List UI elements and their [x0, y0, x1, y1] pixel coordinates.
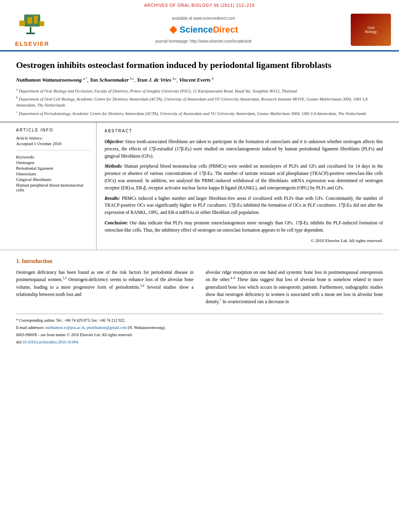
available-at-text: available at www.sciencedirect.com [56, 16, 351, 21]
svg-rect-6 [26, 33, 35, 34]
results-text: PBMCs induced a higher number and larger… [105, 196, 383, 215]
abstract-heading: ABSTRACT [105, 128, 383, 134]
intro-heading: Introduction [22, 258, 52, 264]
intro-text-left: Oestrogen deficiency has been found as o… [16, 269, 193, 298]
keyword-2: Periodontal ligament [16, 166, 90, 170]
journal-header: ARCHIVES OF ORAL BIOLOGY 56 (2011) 212–2… [0, 0, 399, 9]
footnote-doi: doi:10.1016/j.archoralbio.2010.10.004 [16, 339, 383, 345]
affiliation-a: a Department of Oral Biology and Occlusi… [16, 87, 383, 94]
keyword-1: Oestrogen [16, 160, 90, 165]
intro-columns: Oestrogen deficiency has been found as o… [16, 269, 383, 306]
affiliation-b: b Department of Oral Cell Biology, Acade… [16, 95, 383, 109]
abstract-conclusion: Conclusion: Our data indicate that PLFs … [105, 220, 383, 234]
keyword-4: Gingival fibroblasts [16, 177, 90, 182]
conclusion-text: Our data indicate that PLFs may promote … [105, 220, 383, 232]
email-link-1[interactable]: nutthamon.w@psu.ac.th [45, 325, 84, 330]
elsevier-tree-icon [16, 12, 48, 41]
paper-title-section: Oestrogen inhibits osteoclast formation … [0, 51, 399, 122]
journal-title: ARCHIVES OF ORAL BIOLOGY 56 (2011) 212–2… [144, 3, 255, 8]
footnote-issn: 0003-9969/$ – see front matter © 2010 El… [16, 332, 383, 338]
author-name: Nutthamon Wattanaroonwong [16, 77, 82, 83]
history-label: Article history: [16, 136, 90, 140]
svg-marker-7 [169, 26, 177, 34]
sciencedirect-logo: ScienceDirect [169, 25, 238, 35]
methods-label: Methods: [105, 164, 123, 168]
svg-rect-4 [39, 21, 44, 26]
intro-title: 1. Introduction [16, 258, 383, 265]
keywords-label: Keywords: [16, 154, 90, 159]
sciencedirect-text: ScienceDirect [179, 25, 238, 35]
abstract-section: ABSTRACT Objective: Since tooth-associat… [97, 122, 383, 249]
authors-line: Nutthamon Wattanaroonwong a,*, Ton Schoe… [16, 77, 383, 83]
abstract-objective: Objective: Since tooth-associated fibrob… [105, 138, 383, 160]
svg-rect-3 [19, 21, 25, 26]
center-header: available at www.sciencedirect.com Scien… [56, 16, 351, 43]
abstract-copyright: © 2010 Elsevier Ltd. All rights reserved… [105, 237, 383, 244]
footnote-corresponding: * Corresponding author. Tel.: +66 74 429… [16, 317, 383, 324]
affiliation-c: c Department of Periodontology, Academic… [16, 110, 383, 117]
objective-label: Objective: [105, 139, 124, 144]
svg-rect-5 [30, 27, 31, 33]
abstract-results: Results: PBMCs induced a higher number a… [105, 195, 383, 216]
intro-col-left: Oestrogen deficiency has been found as o… [16, 269, 193, 306]
keywords-section: Keywords: Oestrogen Periodontal ligament… [16, 154, 90, 192]
keyword-5: Human peripheral blood mononuclear cells [16, 183, 90, 192]
elsevier-logo: ELSEVIER [8, 12, 56, 47]
paper-title: Oestrogen inhibits osteoclast formation … [16, 60, 383, 71]
corresponding-text: * Corresponding author. Tel.: +66 74 429… [16, 318, 125, 322]
oral-biology-logo: OralBiology [351, 14, 391, 46]
abstract-methods: Methods: Human peripheral blood mononucl… [105, 163, 383, 191]
keyword-3: Osteoclasts [16, 171, 90, 176]
conclusion-label: Conclusion: [105, 220, 128, 225]
accepted-date: Accepted 1 October 2010 [16, 141, 90, 146]
doi-link[interactable]: 10.1016/j.archoralbio.2010.10.004 [23, 340, 78, 344]
article-info-heading: ARTICLE INFO [16, 128, 90, 132]
intro-number: 1. [16, 258, 21, 264]
journal-homepage: journal homepage: http://www.elsevier.co… [56, 39, 351, 43]
objective-text: Since tooth-associated fibroblasts are t… [105, 139, 383, 158]
article-info: ARTICLE INFO Article history: Accepted 1… [16, 122, 97, 249]
logo-bar: ELSEVIER available at www.sciencedirect.… [0, 9, 399, 51]
affiliations: a Department of Oral Biology and Occlusi… [16, 87, 383, 117]
methods-text: Human peripheral blood mononuclear cells… [105, 164, 383, 190]
footnote-area: * Corresponding author. Tel.: +66 74 429… [16, 314, 383, 345]
results-label: Results: [105, 196, 120, 201]
svg-rect-1 [27, 17, 32, 24]
email-link-2[interactable]: pnutthamon@gmail.com [87, 325, 127, 330]
intro-col-right: alveolar ridge resorption on one hand an… [206, 269, 383, 306]
svg-rect-2 [34, 16, 38, 24]
sciencedirect-diamond-icon [169, 25, 178, 34]
article-info-abstract-section: ARTICLE INFO Article history: Accepted 1… [0, 122, 399, 250]
intro-text-right: alveolar ridge resorption on one hand an… [206, 269, 383, 306]
elsevier-name: ELSEVIER [15, 41, 49, 47]
info-divider [16, 150, 90, 150]
introduction-section: 1. Introduction Oestrogen deficiency has… [0, 250, 399, 354]
footnote-email: E-mail addresses: nutthamon.w@psu.ac.th,… [16, 325, 383, 331]
